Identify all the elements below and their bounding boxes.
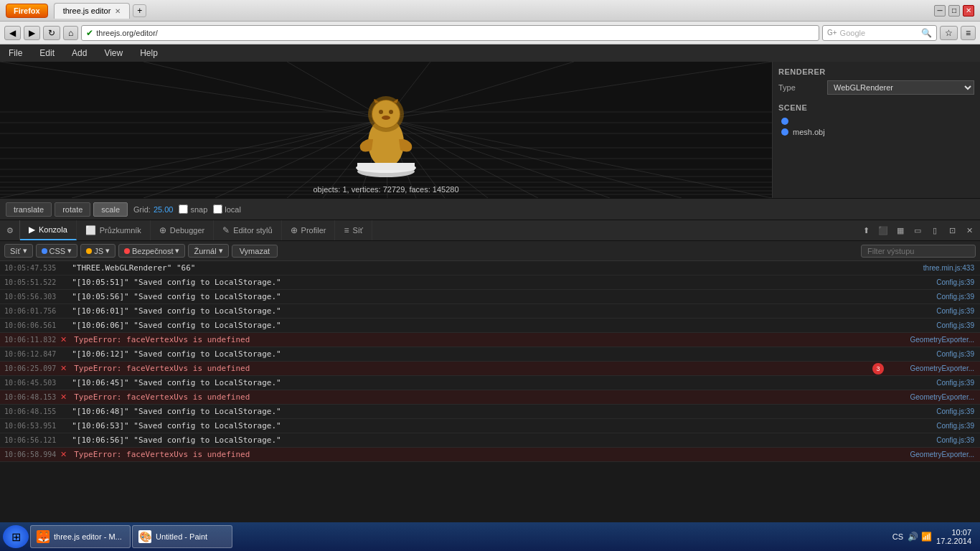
log-source-5[interactable]: GeometryExporter... xyxy=(887,336,980,344)
menu-file[interactable]: File xyxy=(6,47,25,60)
start-button[interactable]: ⊞ xyxy=(3,525,29,548)
sit-dropdown-icon: ▾ xyxy=(23,246,27,255)
taskbar-item-firefox[interactable]: 🦊 three.js editor - M... xyxy=(30,525,131,548)
log-message-11: "[10:06:53]" "Saved config to LocalStora… xyxy=(72,421,887,430)
menu-edit[interactable]: Edit xyxy=(37,47,57,60)
maximize-button[interactable]: □ xyxy=(948,5,960,17)
log-source-2[interactable]: Config.js:39 xyxy=(887,293,980,301)
log-source-3[interactable]: Config.js:39 xyxy=(887,307,980,315)
minimize-button[interactable]: ─ xyxy=(934,5,946,17)
debugger-tab-icon: ⊕ xyxy=(159,225,166,235)
konzola-tab-label: Konzola xyxy=(39,225,67,234)
devtools-icon-1[interactable]: ⬆ xyxy=(858,222,874,238)
scene-item-mesh[interactable]: mesh.obj xyxy=(778,126,974,138)
css-dot xyxy=(42,248,47,254)
log-source-9[interactable]: GeometryExporter... xyxy=(887,393,980,401)
taskbar-date-display: 17.2.2014 xyxy=(936,537,971,545)
search-box[interactable]: G+ Google 🔍 xyxy=(822,25,937,41)
grid-value: 25.00 xyxy=(154,205,174,214)
close-button[interactable]: ✕ xyxy=(963,5,974,17)
log-source-4[interactable]: Config.js:39 xyxy=(887,321,980,329)
filter-zurnal[interactable]: Žurnál ▾ xyxy=(188,244,228,258)
filter-search-input[interactable] xyxy=(861,245,976,258)
reload-button[interactable]: ↻ xyxy=(43,26,60,40)
log-message-6: "[10:06:12]" "Saved config to LocalStora… xyxy=(72,349,887,359)
js-dot xyxy=(86,248,92,254)
profiler-tab-label: Profiler xyxy=(301,226,326,235)
log-source-0[interactable]: three.min.js:433 xyxy=(887,264,980,272)
snap-checkbox[interactable] xyxy=(179,204,188,214)
log-row-6: 10:06:12.847"[10:06:12]" "Saved config t… xyxy=(0,347,980,362)
rotate-button[interactable]: rotate xyxy=(55,202,90,217)
viewport-info: objects: 1, vertices: 72729, faces: 1452… xyxy=(313,185,458,194)
bookmarks-button[interactable]: ☆ xyxy=(940,26,958,40)
log-source-1[interactable]: Config.js:39 xyxy=(887,278,980,286)
devtools-close-button[interactable]: ✕ xyxy=(961,222,977,238)
snap-label: snap xyxy=(190,205,207,214)
log-message-12: "[10:06:56]" "Saved config to LocalStora… xyxy=(72,435,887,445)
volume-icon[interactable]: 🔊 xyxy=(908,532,918,542)
scene-item-0[interactable] xyxy=(778,116,974,126)
new-tab-button[interactable]: + xyxy=(133,4,146,17)
log-timestamp-2: 10:05:56.303 xyxy=(0,293,60,301)
devtools-icon-4[interactable]: ▭ xyxy=(910,222,925,238)
menu-view[interactable]: View xyxy=(101,47,126,60)
menu-add[interactable]: Add xyxy=(69,47,90,60)
url-text: threejs.org/editor/ xyxy=(96,29,158,37)
zurnal-filter-label: Žurnál xyxy=(194,247,216,255)
renderer-type-select[interactable]: WebGLRenderer xyxy=(827,80,974,95)
3d-viewport[interactable]: objects: 1, vertices: 72729, faces: 1452… xyxy=(0,62,772,198)
menu-help[interactable]: Help xyxy=(137,47,161,60)
filter-sit[interactable]: Síť ▾ xyxy=(4,244,33,258)
log-timestamp-0: 10:05:47.535 xyxy=(0,264,60,272)
forward-button[interactable]: ▶ xyxy=(24,26,40,40)
tab-konzola[interactable]: ▶ Konzola xyxy=(20,220,77,240)
devtools-settings-button[interactable]: ⚙ xyxy=(0,220,20,240)
devtools-icon-3[interactable]: ▦ xyxy=(892,222,908,238)
tab-sit[interactable]: ≡ Síť xyxy=(335,220,372,240)
log-source-7[interactable]: GeometryExporter... xyxy=(887,364,980,372)
devtools-icon-6[interactable]: ⊡ xyxy=(944,222,960,238)
log-source-8[interactable]: Config.js:39 xyxy=(887,379,980,387)
log-message-7: TypeError: faceVertexUvs is undefined xyxy=(74,364,872,373)
console-area[interactable]: 10:05:47.535"THREE.WebGLRenderer" "66"th… xyxy=(0,261,980,462)
tab-pruzkumnik[interactable]: ⬜ Průzkumník xyxy=(77,220,151,240)
js-filter-label: JS xyxy=(94,247,103,255)
log-timestamp-4: 10:06:06.561 xyxy=(0,321,60,329)
tab-profiler[interactable]: ⊕ Profiler xyxy=(282,220,336,240)
taskbar-sys-icons: 🔊 📶 xyxy=(908,532,932,542)
devtools-icon-5[interactable]: ▯ xyxy=(927,222,943,238)
sit-tab-icon: ≡ xyxy=(344,225,349,235)
tab-editor-stylu[interactable]: ✎ Editor stylů xyxy=(214,220,281,240)
filter-css[interactable]: CSS ▾ xyxy=(36,244,78,258)
windows-icon: ⊞ xyxy=(11,530,21,544)
taskbar-item-paint[interactable]: 🎨 Untitled - Paint xyxy=(132,525,232,548)
browser-tab-active[interactable]: three.js editor ✕ xyxy=(54,3,131,19)
log-row-9: 10:06:48.153✕TypeError: faceVertexUvs is… xyxy=(0,390,980,405)
log-timestamp-3: 10:06:01.756 xyxy=(0,307,60,315)
filter-bezpecnost[interactable]: Bezpečnost ▾ xyxy=(118,244,185,258)
devtools-icon-2[interactable]: ⬛ xyxy=(875,222,891,238)
log-source-10[interactable]: Config.js:39 xyxy=(887,408,980,415)
log-message-2: "[10:05:56]" "Saved config to LocalStora… xyxy=(72,292,887,301)
3d-figure xyxy=(343,82,429,184)
menu-button[interactable]: ≡ xyxy=(961,26,976,40)
log-source-12[interactable]: Config.js:39 xyxy=(887,436,980,444)
scale-button[interactable]: scale xyxy=(93,202,128,217)
back-button[interactable]: ◀ xyxy=(4,26,21,40)
network-icon[interactable]: 📶 xyxy=(921,532,932,542)
local-checkbox[interactable] xyxy=(213,204,222,214)
log-source-13[interactable]: GeometryExporter... xyxy=(887,451,980,458)
home-button[interactable]: ⌂ xyxy=(63,26,78,40)
log-source-11[interactable]: Config.js:39 xyxy=(887,422,980,430)
log-source-6[interactable]: Config.js:39 xyxy=(887,350,980,358)
address-bar[interactable]: ✔ threejs.org/editor/ xyxy=(81,25,819,41)
scene-section-title: SCENE xyxy=(778,103,974,112)
log-row-10: 10:06:48.155"[10:06:48]" "Saved config t… xyxy=(0,405,980,419)
filter-js[interactable]: JS ▾ xyxy=(80,244,116,258)
translate-button[interactable]: translate xyxy=(6,202,52,217)
clear-button[interactable]: Vymazat xyxy=(232,245,278,258)
tab-debugger[interactable]: ⊕ Debugger xyxy=(151,220,214,240)
firefox-menu-button[interactable]: Firefox xyxy=(6,4,48,18)
tab-close-icon[interactable]: ✕ xyxy=(115,7,121,15)
